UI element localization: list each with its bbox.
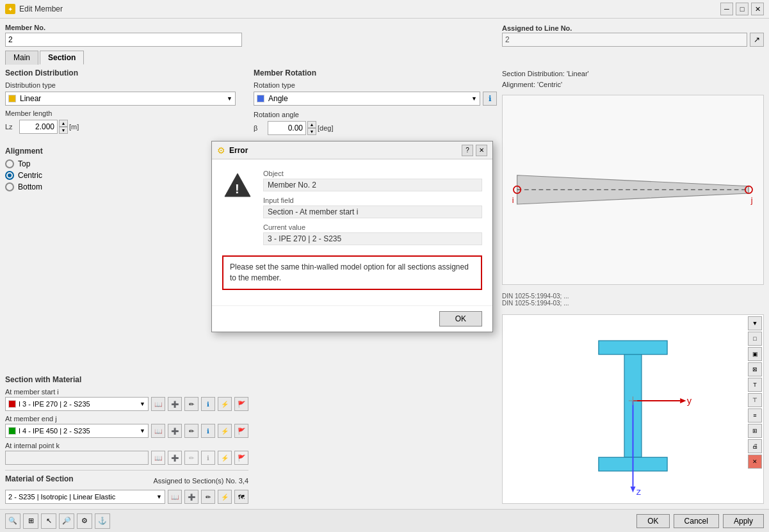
svg-text:!: ! (235, 182, 239, 196)
dialog-footer: OK (212, 305, 492, 332)
current-value-field: Current value 3 - IPE 270 | 2 - S235 (263, 223, 482, 245)
error-message-text: Please set the same thin-walled model op… (230, 262, 469, 282)
object-label: Object (263, 170, 482, 177)
dialog-close-btn[interactable]: ✕ (476, 145, 487, 156)
dialog-title-icon: ⚙ (217, 145, 225, 156)
dialog-content: ! Object Member No. 2 Input field Sectio… (212, 159, 492, 305)
current-value-label: Current value (263, 223, 482, 231)
dialog-overlay: ⚙ Error ? ✕ ! Ob (0, 0, 769, 532)
dialog-title-text: Error (229, 146, 248, 155)
warning-icon: ! (222, 170, 253, 200)
current-value-value: 3 - IPE 270 | 2 - S235 (263, 232, 482, 245)
error-message-box: Please set the same thin-walled model op… (222, 255, 482, 290)
error-dialog: ⚙ Error ? ✕ ! Ob (211, 141, 493, 332)
object-field: Object Member No. 2 (263, 170, 482, 191)
dialog-title-bar: ⚙ Error ? ✕ (212, 141, 492, 159)
dialog-ok-button[interactable]: OK (439, 311, 482, 326)
input-field-field: Input field Section - At member start i (263, 197, 482, 218)
dialog-help-btn[interactable]: ? (462, 145, 473, 156)
dialog-fields: Object Member No. 2 Input field Section … (263, 170, 482, 250)
input-field-label: Input field (263, 197, 482, 204)
object-value: Member No. 2 (263, 179, 482, 191)
input-field-value: Section - At member start i (263, 206, 482, 218)
dialog-title-left: ⚙ Error (217, 145, 248, 156)
dialog-main-row: ! Object Member No. 2 Input field Sectio… (222, 170, 482, 250)
dialog-controls: ? ✕ (462, 145, 487, 156)
